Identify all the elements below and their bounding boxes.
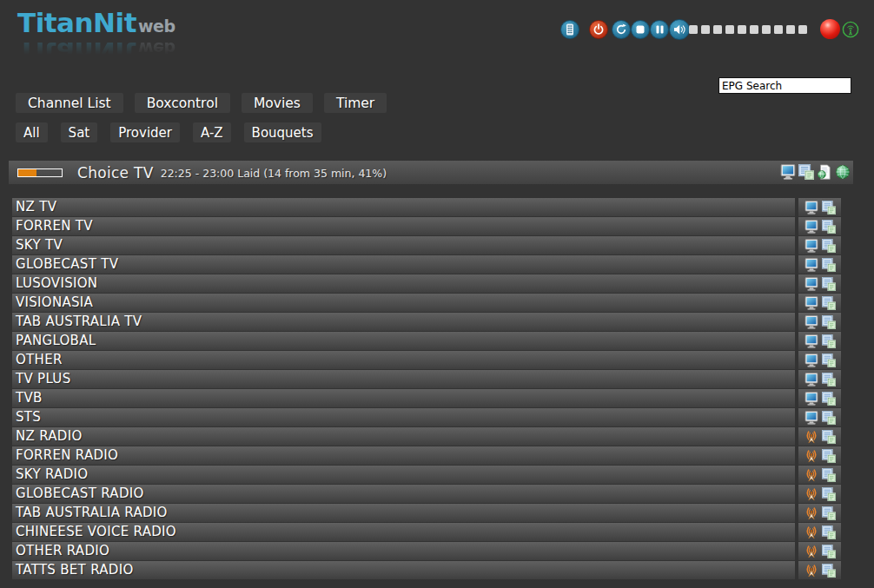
nav-timer-button[interactable]: Timer (324, 93, 387, 113)
tv-icon[interactable] (804, 334, 818, 348)
tv-icon[interactable] (804, 392, 818, 406)
volume-step[interactable] (701, 25, 710, 34)
channel-name[interactable]: TAB AUSTRALIA RADIO (12, 504, 795, 522)
remote-control-button[interactable] (560, 20, 579, 39)
volume-mute-button[interactable] (669, 19, 690, 40)
epg-pages-icon[interactable] (822, 449, 836, 463)
epg-pages-icon[interactable] (822, 239, 836, 253)
volume-step[interactable] (725, 25, 734, 34)
tv-icon[interactable] (804, 296, 818, 310)
speaker-icon (673, 23, 686, 36)
tv-icon[interactable] (804, 315, 818, 329)
epg-pages-icon[interactable] (822, 564, 836, 578)
volume-step[interactable] (689, 25, 698, 34)
tv-icon[interactable] (804, 277, 818, 291)
stop-button[interactable] (631, 20, 650, 39)
channel-name[interactable]: OTHER (12, 351, 795, 369)
filter-bouquets-button[interactable]: Bouquets (244, 122, 321, 142)
channel-name[interactable]: NZ RADIO (12, 427, 795, 446)
nav-movies-button[interactable]: Movies (242, 93, 313, 113)
stream-page-icon[interactable] (817, 164, 832, 180)
radio-icon[interactable] (804, 468, 818, 482)
tv-icon[interactable] (804, 220, 818, 234)
volume-step[interactable] (762, 25, 771, 34)
filter-sat-button[interactable]: Sat (61, 122, 98, 142)
power-button[interactable] (589, 20, 608, 39)
tv-icon[interactable] (804, 201, 818, 215)
epg-pages-icon[interactable] (822, 220, 836, 234)
epg-pages-icon[interactable] (822, 258, 836, 272)
epg-pages-icon[interactable] (822, 315, 836, 329)
channel-name[interactable]: FORREN RADIO (12, 446, 795, 465)
channel-name[interactable]: VISIONASIA (12, 294, 795, 312)
tv-icon[interactable] (804, 373, 818, 386)
channel-name[interactable]: TAB AUSTRALIA TV (12, 313, 795, 331)
epg-pages-icon[interactable] (822, 506, 836, 520)
epg-pages-icon[interactable] (822, 468, 836, 482)
channel-row: TVB (12, 389, 841, 407)
channel-list: NZ TV FORREN TV SKY TV GLOBECAST TV LUSO (12, 198, 841, 580)
radio-icon[interactable] (804, 545, 818, 558)
channel-name[interactable]: STS (12, 408, 795, 426)
pause-icon (656, 25, 664, 34)
channel-name[interactable]: CHINEESE VOICE RADIO (12, 523, 795, 541)
epg-pages-icon[interactable] (798, 164, 814, 180)
epg-pages-icon[interactable] (822, 296, 836, 310)
volume-step[interactable] (774, 25, 783, 34)
channel-name[interactable]: SKY TV (12, 236, 795, 254)
channel-name[interactable]: OTHER RADIO (12, 542, 795, 560)
channel-name[interactable]: TVB (12, 389, 795, 407)
channel-name[interactable]: NZ TV (12, 198, 795, 216)
channel-name[interactable]: PANGLOBAL (12, 332, 795, 350)
volume-step[interactable] (738, 25, 746, 34)
nav-channel-list-button[interactable]: Channel List (16, 93, 123, 113)
tv-icon[interactable] (804, 353, 818, 367)
radio-icon[interactable] (804, 449, 818, 463)
channel-name[interactable]: TATTS BET RADIO (12, 561, 795, 579)
channel-name[interactable]: FORREN TV (12, 217, 795, 235)
epg-pages-icon[interactable] (822, 487, 836, 501)
web-globe-icon[interactable] (835, 164, 851, 180)
epg-pages-icon[interactable] (822, 411, 836, 425)
pause-button[interactable] (650, 20, 669, 39)
epg-pages-icon[interactable] (822, 430, 836, 444)
radio-icon[interactable] (804, 564, 818, 578)
nav-boxcontrol-button[interactable]: Boxcontrol (135, 93, 230, 113)
epg-search-input[interactable] (718, 77, 851, 94)
channel-name[interactable]: GLOBECAST TV (12, 255, 795, 274)
channel-row: TATTS BET RADIO (12, 561, 841, 579)
volume-step[interactable] (713, 25, 722, 34)
volume-step[interactable] (786, 25, 795, 34)
epg-pages-icon[interactable] (822, 201, 836, 215)
epg-pages-icon[interactable] (822, 277, 836, 291)
tv-icon[interactable] (804, 411, 818, 425)
filter-az-button[interactable]: A-Z (193, 122, 231, 142)
channel-name[interactable]: GLOBECAST RADIO (12, 485, 795, 503)
channel-row: SKY TV (12, 236, 841, 254)
filter-provider-button[interactable]: Provider (110, 122, 180, 142)
channel-name[interactable]: LUSOVISION (12, 274, 795, 293)
epg-pages-icon[interactable] (822, 334, 836, 348)
epg-pages-icon[interactable] (822, 353, 836, 367)
volume-step[interactable] (750, 25, 758, 34)
epg-pages-icon[interactable] (822, 545, 836, 558)
refresh-button[interactable] (612, 20, 631, 39)
volume-step[interactable] (798, 25, 807, 34)
channel-row: PANGLOBAL (12, 332, 841, 350)
record-status-icon[interactable] (820, 19, 840, 39)
radio-icon[interactable] (804, 430, 818, 444)
epg-pages-icon[interactable] (822, 525, 836, 539)
filter-all-button[interactable]: All (16, 122, 48, 142)
epg-pages-icon[interactable] (822, 392, 836, 406)
radio-icon[interactable] (804, 525, 818, 539)
radio-icon[interactable] (804, 487, 818, 501)
epg-pages-icon[interactable] (822, 373, 836, 386)
tv-screen-icon[interactable] (780, 164, 796, 180)
radio-icon[interactable] (804, 506, 818, 520)
signal-antenna-icon[interactable] (842, 21, 859, 42)
channel-name[interactable]: TV PLUS (12, 370, 795, 388)
now-playing-bar: Choice TV 22:25 - 23:00 Laid (14 from 35… (9, 161, 853, 184)
channel-name[interactable]: SKY RADIO (12, 466, 795, 484)
tv-icon[interactable] (804, 258, 818, 272)
tv-icon[interactable] (804, 239, 818, 253)
